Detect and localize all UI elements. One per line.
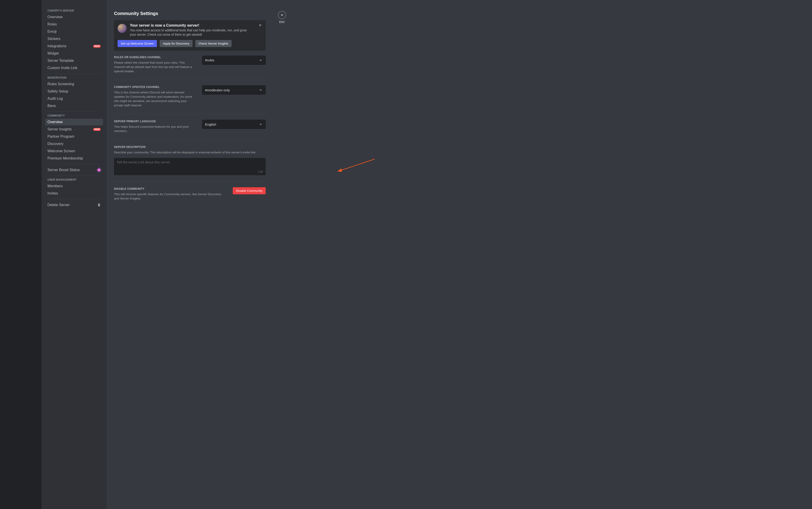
- page-title: Community Settings: [114, 11, 266, 16]
- check-server-insights-button[interactable]: Check Server Insights: [195, 40, 232, 47]
- new-badge: NEW: [93, 45, 101, 48]
- rules-channel-select[interactable]: #rules: [202, 56, 266, 65]
- sidebar-divider: [47, 199, 101, 199]
- language-value: English: [205, 123, 216, 126]
- esc-label: ESC: [278, 21, 286, 24]
- sidebar-item-stickers[interactable]: Stickers: [45, 35, 103, 42]
- description-textarea-wrap: 120: [114, 158, 266, 175]
- description-textarea[interactable]: [117, 160, 263, 170]
- close-settings-button[interactable]: [278, 11, 286, 19]
- sidebar-item-server-boost-status[interactable]: Server Boost Status: [45, 167, 103, 173]
- updates-channel-desc: This is the channel where Discord will s…: [114, 91, 193, 108]
- language-desc: This helps Discord customize features fo…: [114, 125, 193, 133]
- setup-welcome-screen-button[interactable]: Set up Welcome Screen: [118, 40, 157, 47]
- sidebar-item-audit-log[interactable]: Audit Log: [45, 95, 103, 102]
- sidebar-item-premium-membership[interactable]: Premium Membership: [45, 155, 103, 162]
- banner-close-button[interactable]: [258, 23, 262, 28]
- svg-line-0: [341, 159, 375, 170]
- sidebar-section-server: CHERRY'S SERVER: [45, 9, 103, 13]
- updates-channel-label: COMMUNITY UPDATES CHANNEL: [114, 86, 193, 89]
- sidebar-item-custom-invite-link[interactable]: Custom Invite Link: [45, 65, 103, 71]
- sidebar-item-server-template[interactable]: Server Template: [45, 57, 103, 64]
- description-label: SERVER DESCRIPTION: [114, 145, 266, 148]
- sidebar-section-moderation: MODERATION: [45, 76, 103, 81]
- banner-title: Your server is now a Community server!: [130, 24, 248, 28]
- disable-community-label: DISABLE COMMUNITY: [114, 187, 224, 191]
- updates-channel-select[interactable]: #moderator-only: [202, 86, 266, 95]
- disable-community-button[interactable]: Disable Community: [233, 187, 266, 194]
- sidebar-section-user-management: USER MANAGEMENT: [45, 178, 103, 183]
- sidebar-item-discovery[interactable]: Discovery: [45, 140, 103, 147]
- app-left-gutter: [0, 0, 42, 509]
- sidebar-item-widget[interactable]: Widget: [45, 50, 103, 57]
- apply-for-discovery-button[interactable]: Apply for Discovery: [160, 40, 192, 47]
- settings-sidebar: CHERRY'S SERVER Overview Roles Emoji Sti…: [42, 0, 107, 509]
- sidebar-divider: [47, 111, 101, 112]
- description-char-counter: 120: [258, 170, 263, 173]
- sidebar-item-emoji[interactable]: Emoji: [45, 28, 103, 35]
- annotation-arrow-icon: [338, 157, 384, 180]
- section-divider: [114, 181, 266, 182]
- rules-channel-label: RULES OR GUIDELINES CHANNEL: [114, 56, 193, 59]
- language-select[interactable]: English: [202, 120, 266, 129]
- sidebar-item-bans[interactable]: Bans: [45, 102, 103, 109]
- sidebar-item-roles[interactable]: Roles: [45, 21, 103, 28]
- language-label: SERVER PRIMARY LANGUAGE: [114, 120, 193, 123]
- sidebar-item-welcome-screen[interactable]: Welcome Screen: [45, 148, 103, 155]
- close-icon: [280, 13, 284, 17]
- section-divider: [114, 80, 266, 80]
- banner-illustration-icon: [118, 24, 127, 33]
- sidebar-item-safety-setup[interactable]: Safety Setup: [45, 88, 103, 95]
- chevron-down-icon: [259, 58, 263, 62]
- chevron-down-icon: [259, 88, 263, 92]
- sidebar-divider: [47, 164, 101, 164]
- section-divider: [114, 114, 266, 114]
- trash-icon: [97, 203, 101, 207]
- sidebar-item-partner-program[interactable]: Partner Program: [45, 133, 103, 140]
- disable-community-desc: This will remove specific features for C…: [114, 192, 224, 201]
- sidebar-item-invites[interactable]: Invites: [45, 190, 103, 197]
- community-welcome-banner: Your server is now a Community server! Y…: [114, 20, 266, 51]
- close-icon: [258, 24, 262, 27]
- updates-channel-value: #moderator-only: [205, 88, 230, 92]
- content-area: Community Settings Your server is now a …: [107, 0, 812, 509]
- new-badge: NEW: [93, 128, 101, 131]
- sidebar-item-integrations[interactable]: Integrations NEW: [45, 43, 103, 49]
- sidebar-section-community: COMMUNITY: [45, 114, 103, 118]
- rules-channel-value: #rules: [205, 58, 214, 62]
- sidebar-item-community-overview[interactable]: Overview: [45, 118, 103, 126]
- sidebar-item-rules-screening[interactable]: Rules Screening: [45, 81, 103, 88]
- section-divider: [114, 140, 266, 140]
- chevron-down-icon: [259, 122, 263, 126]
- boost-gem-icon: [97, 168, 101, 172]
- sidebar-item-delete-server[interactable]: Delete Server: [45, 202, 103, 208]
- sidebar-item-server-insights[interactable]: Server Insights NEW: [45, 126, 103, 133]
- sidebar-item-members[interactable]: Members: [45, 183, 103, 190]
- rules-channel-desc: Please select the channel that hosts you…: [114, 61, 193, 74]
- banner-body: You now have access to additional tools …: [130, 28, 248, 37]
- sidebar-item-overview[interactable]: Overview: [45, 13, 103, 21]
- description-desc: Describe your community. This descriptio…: [114, 150, 266, 155]
